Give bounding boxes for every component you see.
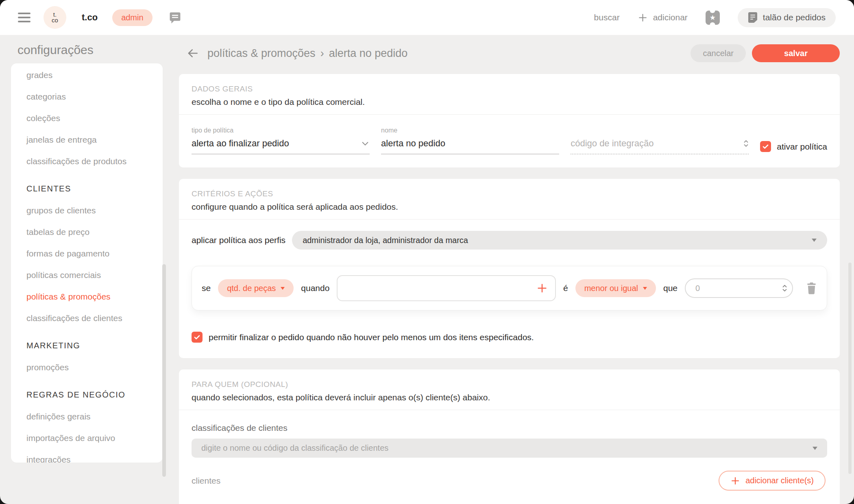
menu-icon[interactable] <box>18 13 30 22</box>
rule-row: se qtd. de peças quando é menor ou igual <box>192 266 827 311</box>
rule-threshold-value: 0 <box>695 284 700 293</box>
general-form-row: tipo de política alerta ao finalizar ped… <box>179 115 840 167</box>
rule-threshold-input[interactable]: 0 <box>685 278 793 298</box>
logo-bottom-text: co <box>52 17 58 23</box>
rule-metric-select[interactable]: qtd. de peças <box>218 279 294 297</box>
plus-icon <box>730 476 740 486</box>
main-panel: políticas & promoções › alerta no pedido… <box>179 35 854 504</box>
admin-badge: admin <box>112 9 152 26</box>
main-scrollbar[interactable] <box>848 263 852 474</box>
allow-finalize-toggle: permitir finalizar o pedido quando não h… <box>179 311 840 358</box>
policy-type-label: tipo de política <box>192 127 370 135</box>
allow-finalize-label: permitir finalizar o pedido quando não h… <box>209 332 534 342</box>
sidebar-item-classifica-es-de-produtos[interactable]: classificações de produtos <box>11 150 163 172</box>
breadcrumb: políticas & promoções › alerta no pedido <box>207 47 407 60</box>
add-clients-label: adicionar cliente(s) <box>745 476 814 485</box>
profiles-label: aplicar política aos perfis <box>192 235 285 245</box>
integration-code-field: código de integração <box>571 127 749 154</box>
rule-metric-value: qtd. de peças <box>227 284 276 293</box>
receipt-icon <box>748 12 758 23</box>
top-bar-right: buscar adicionar ★ talão de pedidos <box>579 8 836 27</box>
sidebar-item-categorias[interactable]: categorias <box>11 86 163 107</box>
add-label: adicionar <box>653 13 688 22</box>
rule-when-label: quando <box>301 283 329 293</box>
check-icon <box>762 143 769 150</box>
brand-logo[interactable]: t. co <box>44 6 66 29</box>
rule-operator-select[interactable]: menor ou igual <box>575 279 656 297</box>
add-item-plus-icon[interactable] <box>536 282 548 294</box>
client-classifications-select[interactable]: digite o nome ou código da classificação… <box>192 439 827 458</box>
cancel-button[interactable]: cancelar <box>691 44 746 62</box>
search-button[interactable]: buscar <box>579 13 620 23</box>
client-classifications-label: classificações de clientes <box>179 410 840 433</box>
sidebar-item-integra-es[interactable]: integrações <box>11 449 163 463</box>
content-area: configurações gradescategoriascoleçõesja… <box>0 35 854 504</box>
integration-code-placeholder: código de integração <box>571 138 654 149</box>
rule-than-label: que <box>663 283 678 293</box>
dropdown-triangle-icon <box>281 287 285 290</box>
breadcrumb-current: alerta no pedido <box>329 47 408 60</box>
sidebar-nav: gradescategoriascoleçõesjanelas de entre… <box>11 63 163 463</box>
criteria-card: CRITÉRIOS E AÇÕES configure quando a pol… <box>179 179 840 358</box>
audience-card: PARA QUEM (OPCIONAL) quando selecionados… <box>179 369 840 504</box>
general-data-subtitle: escolha o nome e o tipo da política come… <box>179 97 840 107</box>
add-button[interactable]: adicionar <box>638 13 688 23</box>
breadcrumb-parent[interactable]: políticas & promoções <box>207 47 316 60</box>
sidebar-item-classifica-es-de-clientes[interactable]: classificações de clientes <box>11 307 163 329</box>
sidebar-item-pol-ticas-comerciais[interactable]: políticas comerciais <box>11 264 163 286</box>
back-arrow-icon[interactable] <box>186 47 199 60</box>
sidebar-item-importa-es-de-arquivo[interactable]: importações de arquivo <box>11 427 163 449</box>
stepper-icon[interactable] <box>743 139 749 148</box>
profiles-row: aplicar política aos perfis administrado… <box>179 219 840 250</box>
ticket-star-icon[interactable]: ★ <box>706 11 720 25</box>
save-button[interactable]: salvar <box>752 44 840 62</box>
chat-icon[interactable] <box>169 11 181 24</box>
rule-items-input[interactable] <box>337 275 556 301</box>
sidebar-item-pol-ticas-promo-es[interactable]: políticas & promoções <box>11 286 163 307</box>
dropdown-triangle-icon <box>812 239 817 242</box>
sidebar-section-regras-de-neg-cio: REGRAS DE NEGÓCIO <box>11 384 163 406</box>
trash-icon[interactable] <box>806 282 817 294</box>
sidebar-item-defini-es-gerais[interactable]: definições gerais <box>11 406 163 427</box>
general-data-card: DADOS GERAIS escolha o nome e o tipo da … <box>179 74 840 167</box>
policy-name-input[interactable]: alerta no pedido <box>381 138 559 154</box>
add-clients-button[interactable]: adicionar cliente(s) <box>719 471 826 491</box>
app-window: t. co t.co admin buscar adicionar ★ <box>0 0 854 504</box>
activate-policy-label: ativar política <box>777 142 827 152</box>
plus-icon <box>638 13 648 23</box>
policy-name-value: alerta no pedido <box>381 138 445 149</box>
brand-name: t.co <box>82 12 98 23</box>
settings-sidebar: configurações gradescategoriascoleçõesja… <box>0 35 179 504</box>
sidebar-item-formas-de-pagamento[interactable]: formas de pagamento <box>11 243 163 264</box>
policy-type-field: tipo de política alerta ao finalizar ped… <box>192 127 370 154</box>
activate-policy-toggle: ativar política <box>760 141 827 152</box>
clients-row: clientes adicionar cliente(s) <box>179 458 840 504</box>
audience-subtitle: quando selecionados, esta política dever… <box>179 393 840 402</box>
orders-pad-label: talão de pedidos <box>763 13 826 22</box>
client-classifications-placeholder: digite o nome ou código da classificação… <box>201 443 388 453</box>
sidebar-item-tabelas-de-pre-o[interactable]: tabelas de preço <box>11 221 163 243</box>
policy-type-select[interactable]: alerta ao finalizar pedido <box>192 138 370 154</box>
dropdown-triangle-icon <box>813 447 817 450</box>
sidebar-item-janelas-de-entrega[interactable]: janelas de entrega <box>11 129 163 150</box>
allow-finalize-checkbox[interactable] <box>192 332 203 343</box>
policy-type-value: alerta ao finalizar pedido <box>192 138 289 149</box>
breadcrumb-separator: › <box>320 47 324 60</box>
check-icon <box>193 333 201 341</box>
sidebar-scrollbar[interactable] <box>162 264 166 477</box>
orders-pad-button[interactable]: talão de pedidos <box>738 8 836 27</box>
activate-policy-checkbox[interactable] <box>760 141 771 152</box>
profiles-value: administrador da loja, administrador da … <box>303 236 468 245</box>
sidebar-item-grades[interactable]: grades <box>11 64 163 86</box>
stepper-icon[interactable] <box>782 284 787 293</box>
clients-label: clientes <box>192 476 220 486</box>
integration-code-input[interactable]: código de integração <box>571 138 749 154</box>
profiles-select[interactable]: administrador da loja, administrador da … <box>292 231 827 250</box>
sidebar-section-marketing: MARKETING <box>11 335 163 356</box>
sidebar-item-cole-es[interactable]: coleções <box>11 107 163 129</box>
rule-if-label: se <box>202 283 211 293</box>
criteria-title: CRITÉRIOS E AÇÕES <box>179 179 840 198</box>
sidebar-item-grupos-de-clientes[interactable]: grupos de clientes <box>11 200 163 221</box>
sidebar-item-promo-es[interactable]: promoções <box>11 356 163 378</box>
top-bar-left: t. co t.co admin <box>18 6 181 29</box>
